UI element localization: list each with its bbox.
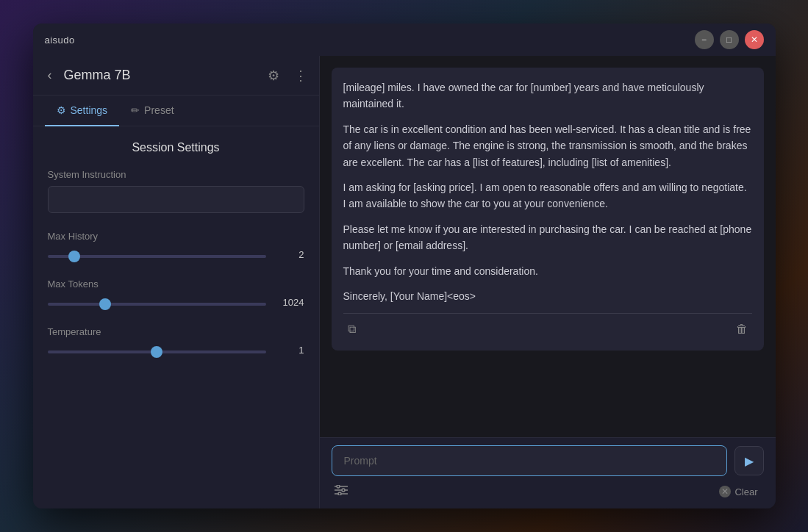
send-icon: ▶ — [745, 454, 754, 468]
sliders-button[interactable] — [332, 482, 351, 501]
temperature-label: Temperature — [48, 326, 304, 337]
message-actions: ⧉ 🗑 — [343, 313, 752, 339]
delete-button[interactable]: 🗑 — [732, 320, 752, 339]
session-settings-title: Session Settings — [48, 141, 304, 154]
temperature-value: 1 — [275, 345, 304, 356]
back-button[interactable]: ‹ — [45, 65, 55, 86]
sidebar-title: Gemma 7B — [64, 68, 131, 83]
message-bubble: [mileage] miles. I have owned the car fo… — [332, 68, 764, 351]
copy-icon: ⧉ — [348, 323, 356, 335]
message-paragraph-2: I am asking for [asking price]. I am ope… — [343, 179, 752, 212]
close-button[interactable]: ✕ — [745, 30, 764, 49]
send-button[interactable]: ▶ — [734, 446, 764, 475]
delete-icon: 🗑 — [736, 323, 748, 335]
settings-tab-icon: ⚙ — [57, 104, 66, 116]
clear-x-icon: ✕ — [719, 486, 731, 497]
main-content: ‹ Gemma 7B ⚙ ⋮ ⚙ Settings ✏ Preset Sess — [33, 56, 776, 508]
gear-icon-button[interactable]: ⚙ — [268, 68, 279, 84]
system-instruction-label: System Instruction — [48, 169, 304, 180]
sidebar-header: ‹ Gemma 7B ⚙ ⋮ — [33, 56, 319, 96]
max-history-slider-row: 2 — [48, 248, 304, 261]
temperature-slider-container — [48, 343, 266, 356]
message-paragraph-5: Sincerely, [Your Name]<eos> — [343, 288, 752, 304]
prompt-controls-row: ✕ Clear — [332, 482, 764, 501]
clear-label: Clear — [734, 486, 757, 497]
max-tokens-slider-container — [48, 295, 266, 309]
max-tokens-slider[interactable] — [48, 303, 266, 306]
preset-tab-icon: ✏ — [131, 104, 140, 116]
temperature-slider-row: 1 — [48, 343, 304, 356]
tab-preset[interactable]: ✏ Preset — [119, 96, 185, 126]
svg-point-4 — [342, 489, 345, 492]
max-tokens-slider-row: 1024 — [48, 295, 304, 309]
maximize-button[interactable]: □ — [720, 30, 739, 49]
message-paragraph-1: The car is in excellent condition and ha… — [343, 121, 752, 170]
message-paragraph-4: Thank you for your time and consideratio… — [343, 263, 752, 279]
prompt-bar: ▶ — [320, 437, 776, 508]
sliders-icon — [335, 485, 348, 497]
clear-button[interactable]: ✕ Clear — [713, 483, 763, 500]
message-paragraph-0: [mileage] miles. I have owned the car fo… — [343, 79, 752, 112]
main-window: aisudo − □ ✕ ‹ Gemma 7B ⚙ ⋮ ⚙ Settings — [33, 24, 776, 508]
window-controls: − □ ✕ — [695, 30, 764, 49]
max-tokens-label: Max Tokens — [48, 278, 304, 290]
sidebar: ‹ Gemma 7B ⚙ ⋮ ⚙ Settings ✏ Preset Sess — [33, 56, 320, 508]
max-history-label: Max History — [48, 231, 304, 242]
max-history-slider[interactable] — [48, 255, 266, 258]
copy-button[interactable]: ⧉ — [343, 320, 360, 339]
max-tokens-group: Max Tokens 1024 — [48, 278, 304, 309]
sidebar-tabs: ⚙ Settings ✏ Preset — [33, 96, 319, 126]
prompt-input[interactable] — [332, 445, 727, 476]
message-paragraph-3: Please let me know if you are interested… — [343, 221, 752, 254]
settings-tab-label: Settings — [71, 104, 108, 116]
system-instruction-group: System Instruction — [48, 169, 304, 213]
app-title: aisudo — [45, 35, 75, 46]
max-history-group: Max History 2 — [48, 231, 304, 261]
chat-messages: [mileage] miles. I have owned the car fo… — [320, 56, 776, 437]
tab-settings[interactable]: ⚙ Settings — [45, 96, 120, 126]
svg-point-5 — [338, 492, 341, 495]
chat-area: [mileage] miles. I have owned the car fo… — [320, 56, 776, 508]
system-instruction-input[interactable] — [48, 186, 304, 213]
max-tokens-value: 1024 — [275, 297, 304, 308]
settings-form: Session Settings System Instruction Max … — [33, 126, 319, 508]
more-options-button[interactable]: ⋮ — [294, 68, 307, 84]
temperature-group: Temperature 1 — [48, 326, 304, 356]
max-history-slider-container — [48, 248, 266, 261]
titlebar: aisudo − □ ✕ — [33, 24, 776, 56]
minimize-button[interactable]: − — [695, 30, 714, 49]
max-history-value: 2 — [275, 249, 304, 260]
svg-point-3 — [337, 485, 340, 488]
prompt-input-row: ▶ — [332, 445, 764, 476]
temperature-slider[interactable] — [48, 351, 266, 353]
preset-tab-label: Preset — [144, 104, 174, 116]
